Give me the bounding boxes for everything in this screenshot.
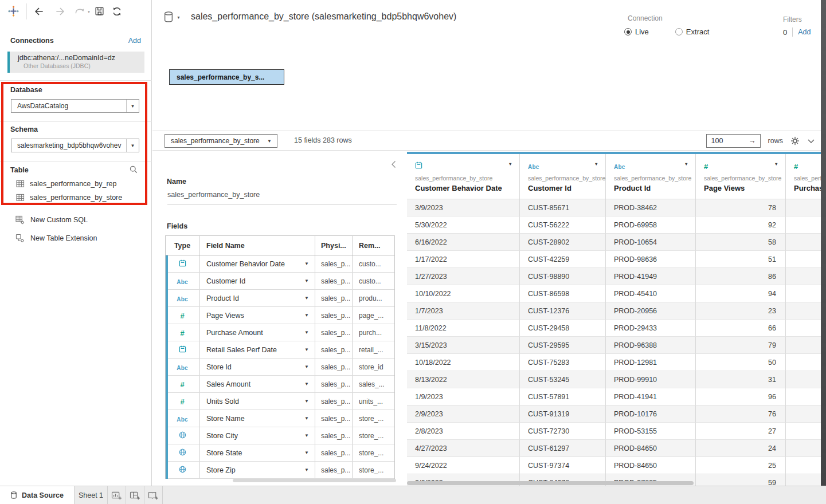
preview-cell: 25 [696,457,786,474]
column-menu-caret-icon[interactable]: ▼ [774,162,778,167]
new-custom-sql-button[interactable]: New Custom SQL [15,215,88,225]
field-menu-caret-icon[interactable]: ▼ [304,433,309,438]
refresh-icon[interactable] [111,6,123,17]
physical-table: sales_p... [315,376,353,392]
database-select[interactable]: AwsDataCatalog ▼ [11,99,139,113]
preview-cell: PROD-41949 [606,268,696,285]
field-menu-caret-icon[interactable]: ▼ [304,313,309,318]
field-menu-caret-icon[interactable]: ▼ [304,364,309,369]
field-menu-caret-icon[interactable]: ▼ [304,296,309,301]
back-arrow-icon[interactable] [33,6,45,17]
add-filter-link[interactable]: Add [798,28,811,36]
vertical-scrollbar[interactable] [821,0,826,486]
col-header-remote: Rem... [353,236,394,255]
field-row[interactable]: #Purchase Amount▼sales_p...purch... [166,324,394,341]
field-row[interactable]: Store Zip▼sales_p...store_... [166,462,394,479]
new-table-extension-button[interactable]: New Table Extension [15,233,97,243]
field-row[interactable]: #Page Views▼sales_p...page_... [166,307,394,324]
chevron-down-icon: ▼ [267,139,272,144]
schema-select[interactable]: salesmarketing_bdp5bhqw6vohev ▼ [11,139,139,152]
canvas-table-node[interactable]: sales_performance_by_s... [169,69,284,85]
add-connection-link[interactable]: Add [128,37,141,45]
preview-horizontal-scrollbar[interactable] [407,481,694,485]
row-count-input[interactable] [707,135,741,147]
preview-column-header[interactable]: #▼sales_perfoPurchase [786,154,821,199]
remote-field: page_... [353,307,394,324]
field-row[interactable]: Customer Behavior Date▼sales_p...custo..… [166,255,394,273]
hash-icon: # [180,396,184,407]
new-worksheet-button[interactable] [108,486,126,504]
datasource-name-field[interactable]: sales_performance_by_store [167,191,397,204]
field-menu-caret-icon[interactable]: ▼ [304,278,309,284]
field-row[interactable]: AbcStore Name▼sales_p...store_... [166,410,394,427]
chevron-down-icon[interactable]: ▼ [177,15,181,19]
preview-cell: 76 [696,405,786,423]
fields-horizontal-scrollbar[interactable] [233,479,396,482]
preview-cell: PROD-20956 [606,302,696,320]
column-menu-caret-icon[interactable]: ▼ [594,162,598,167]
preview-cell: CUST-91319 [520,405,606,423]
preview-row: 2/8/2023CUST-72730PROD-5315527 [407,423,821,440]
apply-rows-arrow-icon[interactable]: → [749,136,756,145]
new-dashboard-icon [130,491,140,500]
sidebar-table-item-rep[interactable]: sales_performance_by_rep [16,179,116,189]
chevron-down-icon[interactable] [807,138,815,144]
field-menu-caret-icon[interactable]: ▼ [304,416,309,421]
field-row[interactable]: Retail Sales Perf Date▼sales_p...retail_… [166,341,394,359]
forward-arrow-icon[interactable] [54,6,66,17]
preview-column-header[interactable]: #▼sales_performance_by_storePage Views [696,154,786,199]
field-menu-caret-icon[interactable]: ▼ [304,261,309,266]
preview-cell: 27 [696,423,786,440]
field-menu-caret-icon[interactable]: ▼ [304,399,309,404]
new-story-button[interactable] [144,486,163,504]
hash-icon: # [794,161,798,171]
connection-item[interactable]: jdbc:athena:/...neDomainId=dz Other Data… [7,52,144,73]
preview-column-header[interactable]: ▼sales_performance_by_storeCustomer Beha… [407,154,520,199]
field-row[interactable]: Store City▼sales_p...store_... [166,427,394,444]
field-row[interactable]: AbcProduct Id▼sales_p...produ... [166,290,394,307]
field-row[interactable]: AbcStore Id▼sales_p...store_id [166,359,394,376]
field-menu-caret-icon[interactable]: ▼ [304,347,309,352]
field-menu-caret-icon[interactable]: ▼ [304,381,309,387]
column-menu-caret-icon[interactable]: ▼ [684,162,688,167]
tab-sheet-1[interactable]: Sheet 1 [75,486,108,504]
redo-dropdown-caret-icon[interactable]: ▼ [87,10,91,14]
save-icon[interactable] [94,6,105,17]
collapse-panel-icon[interactable] [391,160,396,171]
preview-cell: CUST-29595 [520,337,606,354]
fields-panel: Name sales_performance_by_store Fields T… [152,151,401,486]
tab-data-source[interactable]: Data Source [0,486,75,504]
field-menu-caret-icon[interactable]: ▼ [304,330,309,335]
field-row[interactable]: #Sales Amount▼sales_p...sales_... [166,376,394,393]
live-radio[interactable] [624,28,632,36]
new-story-icon [148,491,159,500]
redo-arrow-icon[interactable] [73,6,86,17]
new-worksheet-icon [111,491,122,500]
column-menu-caret-icon[interactable]: ▼ [508,162,512,167]
chevron-down-icon[interactable]: ▼ [126,100,139,112]
schema-label: Schema [10,125,38,133]
table-grid-icon [16,194,25,202]
field-row[interactable]: #Units Sold▼sales_p...units_... [166,393,394,410]
preview-column-header[interactable]: Abc▼sales_performance_by_storeProduct Id [606,154,696,199]
database-cylinder-icon[interactable] [163,11,174,25]
sidebar-table-item-store[interactable]: sales_performance_by_store [16,192,122,203]
extract-radio[interactable] [675,28,683,36]
field-menu-caret-icon[interactable]: ▼ [304,467,309,472]
sidebar: ▼ Connections Add jdbc:athena:/...neDoma… [0,0,152,486]
physical-table: sales_p... [315,444,353,461]
preview-table-select[interactable]: sales_performance_by_store ▼ [165,134,277,148]
chevron-down-icon[interactable]: ▼ [126,139,139,152]
field-name: Store Name [206,415,245,423]
preview-cell: CUST-28902 [520,234,606,251]
field-row[interactable]: AbcCustomer Id▼sales_p...custo... [166,273,394,290]
preview-column-header[interactable]: Abc▼sales_performance_by_storeCustomer I… [520,154,606,199]
new-dashboard-button[interactable] [126,486,144,504]
gear-icon[interactable] [790,136,800,145]
search-icon[interactable] [130,166,138,176]
preview-cell: CUST-56222 [520,216,606,234]
field-menu-caret-icon[interactable]: ▼ [304,450,309,455]
table-extension-icon [15,234,25,243]
field-row[interactable]: Store State▼sales_p...store_... [166,444,394,462]
section-divider [0,161,152,162]
